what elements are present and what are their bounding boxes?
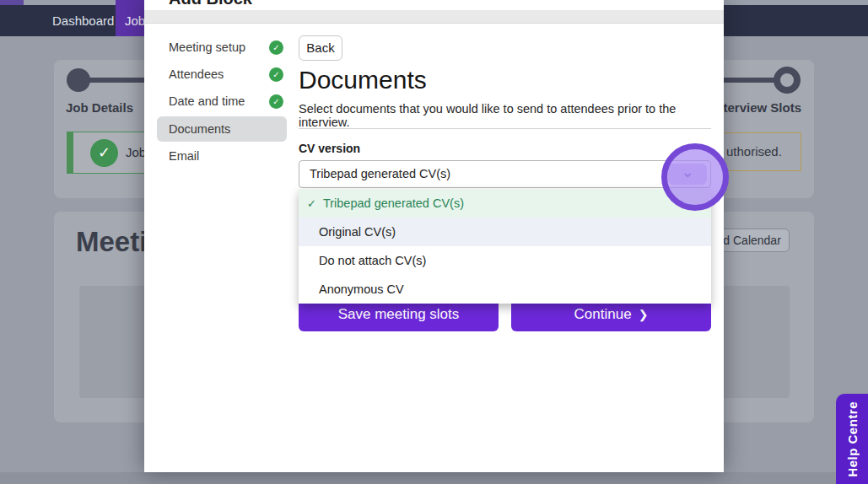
add-block-modal: Add Block Meeting setup ✓ Attendees ✓ Da…: [144, 0, 724, 472]
stepper-label-interview-slots: Interview Slots: [712, 100, 801, 115]
checkmark-icon: ✓: [307, 197, 316, 210]
help-centre-tab[interactable]: Help Centre: [836, 394, 868, 484]
cv-version-select[interactable]: Tribepad generated CV(s) ⌄: [299, 160, 711, 188]
sidebar-item-label: Date and time: [169, 89, 245, 114]
sidebar-item-label: Documents: [169, 116, 230, 142]
screen: Dashboard Jobs Job Details Interview Slo…: [0, 0, 868, 484]
check-circle-icon: ✓: [269, 94, 283, 109]
stepper-end-ring: [774, 67, 801, 94]
check-circle-icon: ✓: [269, 40, 283, 55]
continue-button-label: Continue: [574, 306, 632, 322]
sidebar-item-label: Meeting setup: [169, 35, 245, 60]
modal-header-divider: [144, 10, 724, 24]
chevron-right-icon: ❯: [639, 308, 649, 321]
dropdown-option-anonymous-cv[interactable]: Anonymous CV: [299, 275, 711, 304]
check-circle-icon: ✓: [90, 139, 118, 167]
dropdown-option-no-cv[interactable]: Do not attach CV(s): [299, 246, 711, 275]
dropdown-option-tribepad-cv[interactable]: ✓Tribepad generated CV(s): [299, 189, 711, 218]
stepper-label-job-details: Job Details: [66, 100, 133, 115]
documents-page-title: Documents: [299, 66, 427, 94]
cv-version-select-value: Tribepad generated CV(s): [310, 161, 450, 187]
sidebar-item-date-and-time[interactable]: Date and time ✓: [157, 89, 287, 114]
content-divider: [299, 128, 711, 129]
click-indicator: [661, 143, 729, 211]
sidebar-item-label: Email: [169, 143, 199, 169]
authorisation-alert-text: uthorised.: [726, 133, 782, 170]
check-circle-icon: ✓: [269, 67, 283, 82]
cv-version-label: CV version: [299, 142, 360, 155]
sidebar-item-label: Attendees: [169, 62, 224, 87]
sidebar-item-documents[interactable]: Documents: [157, 116, 287, 142]
modal-title: Add Block: [169, 0, 252, 8]
dropdown-option-label: Tribepad generated CV(s): [323, 196, 464, 210]
sidebar-item-attendees[interactable]: Attendees ✓: [157, 62, 287, 87]
documents-description: Select documents that you would like to …: [299, 102, 724, 129]
sidebar-item-meeting-setup[interactable]: Meeting setup ✓: [157, 35, 287, 60]
nav-tab-dashboard[interactable]: Dashboard: [52, 5, 114, 36]
back-button[interactable]: Back: [299, 35, 342, 61]
stepper-start-dot: [67, 68, 90, 92]
cv-version-dropdown: ✓Tribepad generated CV(s) Original CV(s)…: [299, 189, 711, 304]
sidebar-item-email[interactable]: Email: [157, 143, 287, 169]
dropdown-option-original-cv[interactable]: Original CV(s): [299, 218, 711, 246]
page-footer-strip: [0, 472, 868, 484]
help-centre-label: Help Centre: [845, 401, 860, 477]
